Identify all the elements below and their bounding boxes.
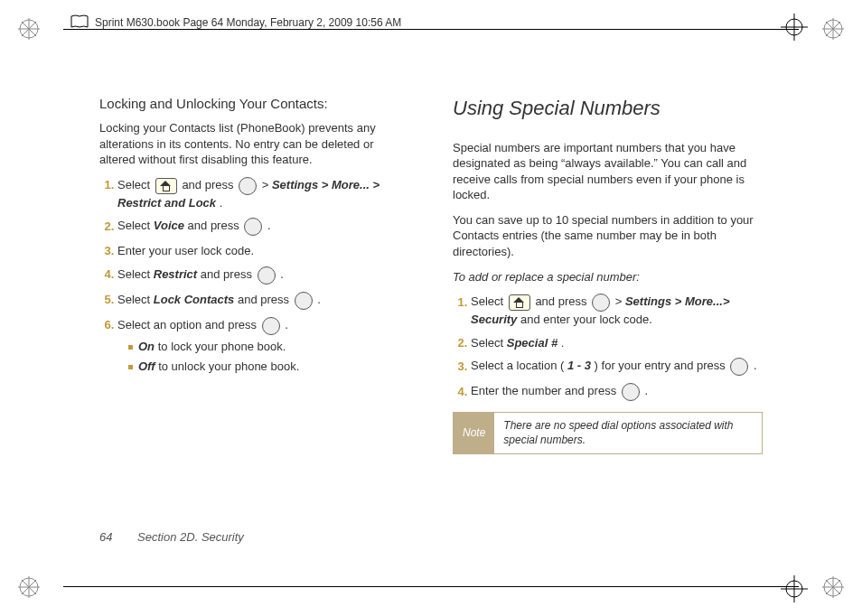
right-step-2: Select Special # . [471,335,763,351]
sub-off: Off to unlock your phone book. [128,359,409,375]
right-steps: Select and press > Settings > More...> S… [453,294,763,401]
right-p2: You can save up to 10 special numbers in… [453,212,763,260]
menu-ok-icon [262,317,280,335]
left-column: Locking and Unlocking Your Contacts: Loc… [99,95,409,535]
page-number: 64 [99,530,112,544]
menu-ok-icon [295,292,313,310]
right-lead: To add or replace a special number: [453,269,763,285]
menu-ok-icon [592,294,610,312]
left-steps: Select and press > Settings > More... > … [99,177,409,374]
square-bullet-icon [128,365,133,369]
reg-mark-tr-icon [822,18,844,40]
right-step-3: Select a location ( 1 - 3 ) for your ent… [471,358,763,376]
note-label: Note [454,413,494,453]
right-heading: Using Special Numbers [453,95,763,122]
left-step-6: Select an option and press . On to lock … [117,317,409,374]
book-icon [70,14,89,29]
square-bullet-icon [128,345,133,350]
note-text: There are no speed dial options associat… [494,413,762,453]
right-p1: Special numbers are important numbers th… [453,140,763,203]
home-icon [155,178,177,194]
footer: 64 Section 2D. Security [99,530,244,544]
note-box: Note There are no speed dial options ass… [453,412,763,453]
header-rule [63,29,799,30]
crop-cross-bottom-icon [781,575,808,602]
reg-mark-tl-icon [18,18,40,40]
section-title: Section 2D. Security [137,530,244,544]
reg-mark-br-icon [822,576,844,598]
menu-ok-icon [258,266,276,285]
menu-ok-icon [239,177,257,195]
left-step-4: Select Restrict and press . [117,266,409,285]
right-column: Using Special Numbers Special numbers ar… [453,95,763,535]
sub-on: On to lock your phone book. [128,339,409,355]
reg-mark-bl-icon [18,576,40,598]
menu-ok-icon [244,218,262,236]
crop-cross-top-icon [781,14,808,41]
menu-ok-icon [622,383,640,401]
left-step-3: Enter your user lock code. [117,243,409,259]
menu-ok-icon [730,358,748,376]
running-head: Sprint M630.book Page 64 Monday, Februar… [95,16,401,29]
left-step-5: Select Lock Contacts and press . [117,292,409,310]
left-intro: Locking your Contacts list (PhoneBook) p… [99,120,409,168]
left-step-1: Select and press > Settings > More... > … [117,177,409,211]
right-step-1: Select and press > Settings > More...> S… [471,294,763,328]
right-step-4: Enter the number and press . [471,383,763,401]
left-step-6-subitems: On to lock your phone book. Off to unloc… [117,339,409,374]
home-icon [509,294,530,311]
footer-rule [63,586,799,587]
left-step-2: Select Voice and press . [117,218,409,236]
left-heading: Locking and Unlocking Your Contacts: [99,95,409,113]
page-body: Locking and Unlocking Your Contacts: Loc… [99,95,763,535]
